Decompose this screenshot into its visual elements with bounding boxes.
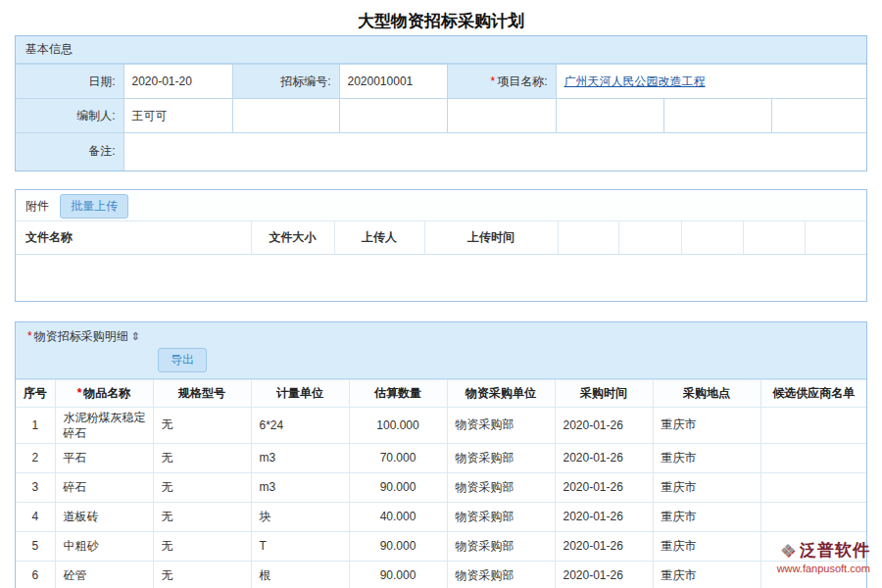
basic-info-row-3: 备注: [16,133,866,171]
cell-no: 4 [16,502,55,531]
project-name-cell: 广州天河人民公园改造工程 [556,65,866,99]
project-name-label: *项目名称: [447,65,556,99]
cell-qty: 70.000 [349,443,447,472]
cell-qty: 40.000 [349,502,447,531]
col-item-name-text: 物品名称 [83,386,130,400]
cell-name: 中粗砂 [55,531,153,561]
remark-label: 备注: [16,133,123,171]
cell-name: 碎石 [55,472,153,502]
bid-no-label: 招标编号: [232,65,339,99]
attachments-title: 附件 [25,199,49,213]
cell-spec: 无 [153,472,251,502]
cell-time: 2020-01-26 [555,561,653,588]
empty-cell [771,99,866,133]
cell-place: 重庆市 [653,407,760,443]
fanpu-logo-icon: ❖ [780,542,796,560]
project-name-label-text: 项目名称: [497,74,547,88]
empty-cell [556,99,663,133]
cell-suppliers [760,407,866,443]
col-qty: 估算数量 [349,379,447,407]
table-row: 3 碎石 无 m3 90.000 物资采购部 2020-01-26 重庆市 [16,472,866,502]
cell-place: 重庆市 [653,531,760,561]
cell-time: 2020-01-26 [555,502,653,531]
empty-cell [232,99,339,133]
cell-no: 3 [16,472,55,502]
author-value: 王可可 [123,99,232,133]
detail-header-row: 序号 *物品名称 规格型号 计量单位 估算数量 物资采购单位 采购时间 采购地点… [16,379,866,407]
cell-no: 6 [16,561,55,588]
col-spec: 规格型号 [153,379,251,407]
empty-header [681,220,743,254]
cell-name: 水泥粉煤灰稳定碎石 [55,407,153,443]
col-time: 采购时间 [555,379,653,407]
cell-no: 1 [16,407,55,443]
cell-name: 砼管 [55,561,153,588]
brand-url: www.fanpusoft.com [777,563,870,574]
file-name-header: 文件名称 [16,220,251,254]
sort-icon[interactable]: ⇕ [131,330,140,342]
empty-header [558,220,618,254]
cell-dept: 物资采购部 [447,531,555,561]
table-row: 4 道板砖 无 块 40.000 物资采购部 2020-01-26 重庆市 [16,502,866,531]
empty-header [805,220,866,254]
cell-dept: 物资采购部 [447,561,555,588]
detail-panel: *物资招标采购明细⇕ 导出 序号 *物品名称 规格型号 计量单位 估算数量 物资… [15,321,867,588]
uploader-header: 上传人 [334,220,424,254]
cell-dept: 物资采购部 [447,407,555,443]
cell-time: 2020-01-26 [555,443,653,472]
cell-suppliers [760,472,866,502]
table-row: 2 平石 无 m3 70.000 物资采购部 2020-01-26 重庆市 [16,443,866,472]
upload-time-header: 上传时间 [424,220,558,254]
remark-value [123,133,866,171]
attachments-empty-area [16,255,866,301]
cell-name: 平石 [55,443,153,472]
detail-table: 序号 *物品名称 规格型号 计量单位 估算数量 物资采购单位 采购时间 采购地点… [16,379,866,588]
cell-name: 道板砖 [55,502,153,531]
basic-info-row-2: 编制人: 王可可 [16,99,866,133]
date-value: 2020-01-20 [123,65,232,99]
cell-qty: 90.000 [349,472,447,502]
cell-qty: 90.000 [349,561,447,588]
project-name-link[interactable]: 广州天河人民公园改造工程 [564,74,706,88]
required-asterisk: * [490,74,495,88]
cell-spec: 无 [153,443,251,472]
col-place: 采购地点 [653,379,760,407]
table-row: 5 中粗砂 无 T 90.000 物资采购部 2020-01-26 重庆市 [16,531,866,561]
col-unit: 计量单位 [251,379,349,407]
col-suppliers: 候选供应商名单 [760,379,866,407]
cell-no: 5 [16,531,55,561]
basic-info-panel: 基本信息 日期: 2020-01-20 招标编号: 2020010001 *项目… [15,35,867,172]
page-title: 大型物资招标采购计划 [0,0,882,35]
cell-dept: 物资采购部 [447,502,555,531]
cell-unit: T [251,531,349,561]
attachments-header-row: 文件名称 文件大小 上传人 上传时间 [16,220,866,254]
brand-watermark: ❖ 泛普软件 www.fanpusoft.com [777,539,870,574]
cell-time: 2020-01-26 [555,407,653,443]
attachments-toolbar: 附件 批量上传 [16,190,866,220]
cell-dept: 物资采购部 [447,443,555,472]
cell-place: 重庆市 [653,472,760,502]
cell-no: 2 [16,443,55,472]
cell-unit: m3 [251,443,349,472]
attachments-table: 文件名称 文件大小 上传人 上传时间 [16,220,866,255]
cell-suppliers [760,502,866,531]
detail-title-text: 物资招标采购明细 [34,329,128,343]
empty-cell [339,99,447,133]
cell-spec: 无 [153,531,251,561]
batch-upload-button[interactable]: 批量上传 [60,194,128,219]
export-button[interactable]: 导出 [158,348,207,372]
empty-header [618,220,681,254]
cell-time: 2020-01-26 [555,531,653,561]
file-size-header: 文件大小 [251,220,334,254]
cell-spec: 无 [153,407,251,443]
brand-row: ❖ 泛普软件 [777,539,870,562]
col-dept: 物资采购单位 [447,379,555,407]
empty-cell [447,99,556,133]
cell-place: 重庆市 [653,443,760,472]
detail-section-header: *物资招标采购明细⇕ 导出 [16,322,866,379]
cell-qty: 100.000 [349,407,447,443]
cell-place: 重庆市 [653,502,760,531]
cell-dept: 物资采购部 [447,472,555,502]
bid-no-value: 2020010001 [339,65,447,99]
table-row: 1 水泥粉煤灰稳定碎石 无 6*24 100.000 物资采购部 2020-01… [16,407,866,443]
